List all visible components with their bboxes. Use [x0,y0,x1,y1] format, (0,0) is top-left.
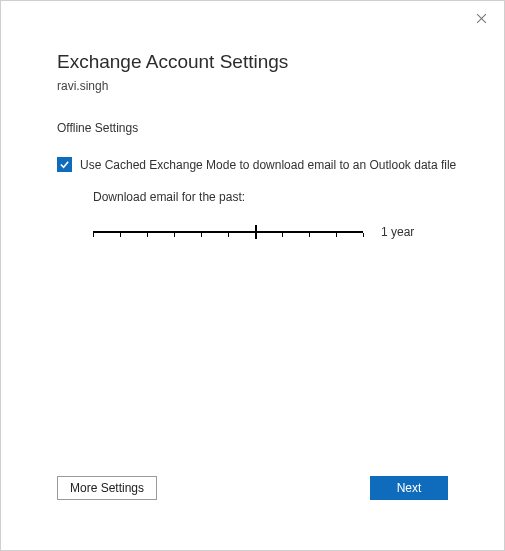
slider-section: Download email for the past: [57,190,464,242]
page-title: Exchange Account Settings [57,51,464,73]
slider-tick [201,233,202,237]
next-button[interactable]: Next [370,476,448,500]
content-area: Exchange Account Settings ravi.singh Off… [57,51,464,242]
button-bar: More Settings Next [57,476,448,500]
cached-mode-checkbox[interactable] [57,157,72,172]
cached-mode-row[interactable]: Use Cached Exchange Mode to download ema… [57,157,464,172]
slider-tick [228,233,229,237]
more-settings-button[interactable]: More Settings [57,476,157,500]
slider-thumb[interactable] [255,225,257,239]
slider-tick [336,233,337,237]
checkmark-icon [59,159,70,170]
slider-tick [309,233,310,237]
slider-tick [147,233,148,237]
close-icon [476,13,487,24]
slider-tick [282,233,283,237]
download-past-label: Download email for the past: [93,190,464,204]
download-past-slider[interactable] [93,222,363,242]
slider-tick [120,233,121,237]
slider-value-label: 1 year [381,225,414,239]
close-button[interactable] [470,7,492,29]
slider-tick [363,233,364,237]
settings-window: Exchange Account Settings ravi.singh Off… [0,0,505,551]
slider-tick [93,233,94,237]
slider-row: 1 year [93,222,464,242]
cached-mode-label: Use Cached Exchange Mode to download ema… [80,158,456,172]
account-email: ravi.singh [57,79,464,93]
slider-tick [174,233,175,237]
offline-settings-label: Offline Settings [57,121,464,135]
